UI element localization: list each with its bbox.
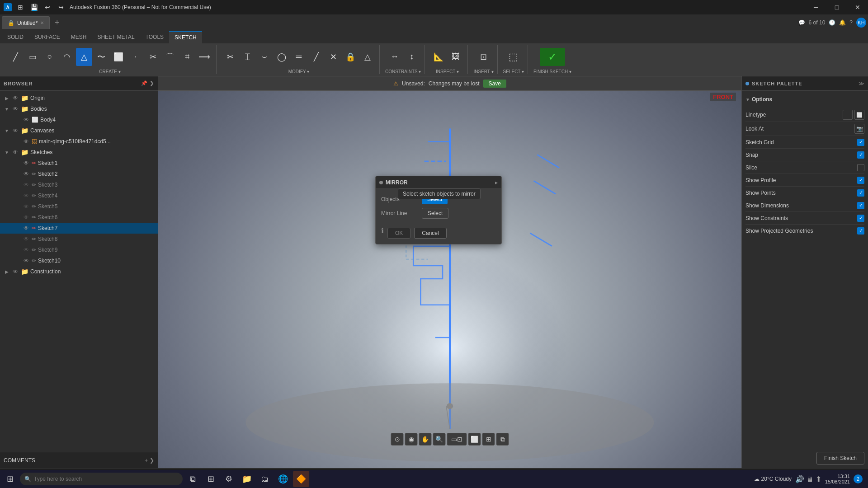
tree-item-sketch8[interactable]: 👁 ✏ Sketch8: [0, 234, 158, 244]
help-icon[interactable]: ?: [849, 19, 853, 26]
ribbon-tab-tools[interactable]: TOOLS: [140, 31, 169, 43]
vp-orbit-btn[interactable]: ⊙: [391, 433, 404, 446]
eye-icon[interactable]: 👁: [23, 181, 30, 188]
vp-view-btn[interactable]: ⧉: [496, 433, 509, 446]
vp-grid-btn[interactable]: ⊞: [482, 433, 495, 446]
tree-item-construction[interactable]: ▶ 👁 📁 Construction: [0, 266, 158, 277]
trim-tool[interactable]: ✂: [222, 48, 238, 66]
sketch-grid-checkbox[interactable]: ✓: [857, 139, 864, 146]
ribbon-tab-mesh[interactable]: MESH: [66, 31, 92, 43]
eye-icon[interactable]: 👁: [23, 235, 30, 243]
eye-icon[interactable]: 👁: [23, 116, 30, 123]
notification-icon[interactable]: 🔔: [839, 19, 846, 26]
eye-icon[interactable]: 👁: [23, 160, 30, 167]
eye-icon[interactable]: 👁: [12, 149, 19, 156]
user-avatar[interactable]: KH: [856, 18, 866, 28]
tree-item-sketch5[interactable]: 👁 ✏ Sketch5: [0, 201, 158, 212]
arc-tool[interactable]: ◠: [59, 48, 75, 66]
clock-icon[interactable]: 🕐: [829, 19, 835, 26]
eye-icon[interactable]: 👁: [12, 268, 19, 275]
eye-icon[interactable]: 👁: [12, 94, 19, 102]
fillet-tool[interactable]: ⌒: [162, 48, 178, 66]
circle-tool[interactable]: ○: [42, 48, 58, 66]
options-header[interactable]: ▼ Options: [745, 94, 864, 104]
tree-item-canvas[interactable]: 👁 🖼 main-qimg-c510f8e471dcd5...: [0, 136, 158, 147]
conic-tool[interactable]: ⬜: [110, 48, 127, 66]
inspect2[interactable]: 🖼: [448, 48, 464, 66]
eye-icon[interactable]: 👁: [23, 246, 30, 253]
sidebar-pin-btn[interactable]: 📌: [141, 80, 148, 86]
show-points-checkbox[interactable]: ✓: [857, 189, 864, 197]
break-tool[interactable]: ⌶: [239, 48, 255, 66]
tree-item-sketch7[interactable]: 👁 ✏ Sketch7: [0, 223, 158, 234]
sidebar-collapse-btn[interactable]: ❯: [150, 80, 154, 86]
taskview-btn[interactable]: ⧉: [184, 471, 201, 487]
linetype-solid-btn[interactable]: ─: [843, 110, 853, 120]
spline-tool[interactable]: 〜: [93, 48, 109, 66]
fillet2-tool[interactable]: ⌣: [256, 48, 273, 66]
rectangle-tool[interactable]: ▭: [24, 48, 41, 66]
qa-undo-btn[interactable]: ↩: [42, 2, 52, 12]
text-tool[interactable]: ✂: [145, 48, 161, 66]
maximize-button[interactable]: □: [826, 0, 847, 14]
ribbon-tab-surface[interactable]: SURFACE: [29, 31, 66, 43]
canvas-area[interactable]: ⚠ Unsaved: Changes may be lost Save FRON…: [158, 76, 741, 468]
cancel-button[interactable]: Cancel: [414, 228, 446, 239]
tab-close-button[interactable]: ✕: [40, 20, 44, 25]
start-button[interactable]: ⊞: [2, 471, 18, 487]
insert1[interactable]: ⊡: [476, 48, 492, 66]
sketch-canvas[interactable]: [158, 76, 741, 468]
close-button[interactable]: ✕: [847, 0, 868, 14]
browser-btn[interactable]: 🌐: [275, 471, 291, 487]
ribbon-tab-sheetmetal[interactable]: SHEET METAL: [92, 31, 140, 43]
panel-expand-btn[interactable]: ≫: [859, 80, 864, 87]
tree-item-body4[interactable]: 👁 ⬜ Body4: [0, 114, 158, 125]
project-tool[interactable]: ⟶: [196, 48, 212, 66]
inspect1[interactable]: 📐: [430, 48, 447, 66]
tree-item-bodies[interactable]: ▼ 👁 📁 Bodies: [0, 103, 158, 114]
settings-btn[interactable]: ⚙: [221, 471, 237, 487]
point-tool[interactable]: ·: [127, 48, 144, 66]
qa-redo-btn[interactable]: ↪: [56, 2, 66, 12]
tree-item-canvases[interactable]: ▼ 👁 📁 Canvases: [0, 125, 158, 136]
show-constraints-checkbox[interactable]: ✓: [857, 215, 864, 222]
select1[interactable]: ⬚: [505, 48, 522, 66]
vp-pan-btn[interactable]: ✋: [419, 433, 432, 446]
tree-item-origin[interactable]: ▶ 👁 📁 Origin: [0, 93, 158, 103]
eye-icon[interactable]: 👁: [23, 225, 30, 232]
archive-btn[interactable]: 🗂: [257, 471, 273, 487]
triangle-tool[interactable]: △: [359, 48, 376, 66]
vp-look-btn[interactable]: ◉: [405, 433, 418, 446]
chat-icon[interactable]: 💬: [798, 19, 805, 26]
tree-item-sketch3[interactable]: 👁 ✏ Sketch3: [0, 179, 158, 190]
linetype-dashed-btn[interactable]: ⬜: [854, 110, 864, 120]
show-profile-checkbox[interactable]: ✓: [857, 177, 864, 184]
tree-item-sketches[interactable]: ▼ 👁 📁 Sketches: [0, 147, 158, 158]
tree-item-sketch10[interactable]: 👁 ✏ Sketch10: [0, 255, 158, 266]
search-input[interactable]: [34, 476, 178, 482]
cross-tool[interactable]: ✕: [325, 48, 341, 66]
tree-item-sketch1[interactable]: 👁 ✏ Sketch1: [0, 158, 158, 169]
save-button[interactable]: Save: [483, 80, 506, 88]
ok-button[interactable]: OK: [387, 228, 410, 239]
active-tab[interactable]: 🔒 Untitled* ✕: [2, 16, 50, 29]
slash-tool[interactable]: ╱: [308, 48, 324, 66]
lookat-btn[interactable]: 📷: [854, 124, 864, 134]
equals-tool[interactable]: ═: [291, 48, 307, 66]
tree-item-sketch2[interactable]: 👁 ✏ Sketch2: [0, 169, 158, 179]
tree-item-sketch6[interactable]: 👁 ✏ Sketch6: [0, 212, 158, 223]
snap-checkbox[interactable]: ✓: [857, 151, 864, 159]
eye-icon[interactable]: 👁: [23, 214, 30, 221]
constraint1[interactable]: ↔: [387, 48, 403, 66]
search-bar[interactable]: 🔍: [20, 473, 183, 485]
tree-item-sketch4[interactable]: 👁 ✏ Sketch4: [0, 190, 158, 201]
slice-checkbox[interactable]: [857, 164, 864, 171]
comments-collapse-btn[interactable]: ❯: [150, 457, 154, 464]
line-tool[interactable]: ╱: [7, 48, 24, 66]
lock-tool[interactable]: 🔒: [342, 48, 359, 66]
widgets-btn[interactable]: ⊞: [203, 471, 219, 487]
eye-icon[interactable]: 👁: [23, 192, 30, 199]
eye-icon[interactable]: 👁: [12, 105, 19, 113]
finish-sketch-ribbon-btn[interactable]: ✓: [540, 48, 565, 66]
eye-icon[interactable]: 👁: [23, 170, 30, 178]
